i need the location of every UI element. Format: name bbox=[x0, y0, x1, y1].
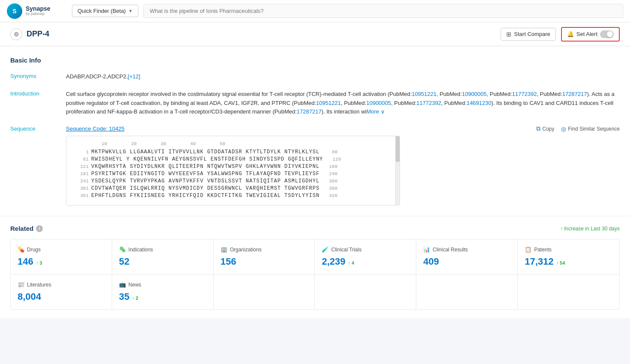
copy-button[interactable]: ⧉ Copy bbox=[536, 125, 554, 132]
related-card-indications[interactable]: 🦠 Indications 52 bbox=[112, 239, 214, 274]
synonyms-more-link[interactable]: [+12] bbox=[128, 73, 140, 80]
clinical-trials-value: 2,239 ↑ 4 bbox=[322, 256, 409, 267]
indications-icon: 🦠 bbox=[119, 246, 126, 253]
related-card-drugs[interactable]: 💊 Drugs 146 ↑ 3 bbox=[11, 239, 112, 274]
pubmed-link-2[interactable]: 10900005 bbox=[462, 91, 487, 97]
literatures-label: 📰 Literatures bbox=[18, 281, 105, 288]
drugs-value: 146 ↑ 3 bbox=[18, 256, 105, 267]
sequence-controls: Sequence Code: 10425 ⧉ Copy ◎ Find Simil… bbox=[66, 125, 620, 132]
related-section: Related i ↑ Increase in Last 30 days 💊 D… bbox=[0, 216, 630, 318]
pubmed-link-4[interactable]: 17287217 bbox=[562, 91, 587, 97]
related-card-patents[interactable]: 📋 Patents 17,312 ↑ 54 bbox=[518, 239, 619, 274]
more-link[interactable]: More ∨ bbox=[366, 108, 385, 115]
sequence-label: Sequence bbox=[10, 125, 66, 132]
main-content: Basic Info Synonyms ADABP,ADCP-2,ADCP2,[… bbox=[0, 46, 630, 216]
gear-icon: ⚙ bbox=[10, 28, 22, 40]
drugs-label: 💊 Drugs bbox=[18, 246, 105, 253]
clinical-results-icon: 📊 bbox=[423, 246, 430, 253]
logo-icon: S bbox=[7, 3, 22, 19]
pubmed-link-1[interactable]: 10951221 bbox=[412, 91, 436, 97]
drugs-increase: ↑ 3 bbox=[36, 260, 42, 266]
ruler-10: 10 bbox=[90, 141, 119, 146]
seq-row-2: 61 RWISDHEYL Y KQENNILVFN AEYGNSSVFL ENS… bbox=[73, 156, 393, 162]
related-card-empty-3 bbox=[416, 274, 518, 309]
seq-row-4: 181 PSYRITWTGK EDIIYNGITD WVYEEEVFSA YSA… bbox=[73, 171, 393, 177]
sequence-box: 10 20 30 40 50 1 MKTPWKVLLG LLGAAALVTI I… bbox=[66, 136, 400, 206]
clinical-results-count: 409 bbox=[423, 256, 439, 267]
drugs-count: 146 bbox=[18, 256, 33, 267]
page-title-area: ⚙ DPP-4 bbox=[10, 28, 501, 40]
synonyms-text: ADABP,ADCP-2,ADCP2, bbox=[66, 73, 128, 80]
copy-icon: ⧉ bbox=[536, 125, 540, 132]
seq-row-6: 301 CDVTWATQER ISLQWLRRIQ NYSVMDICDY DES… bbox=[73, 185, 393, 191]
related-grid-row1: 💊 Drugs 146 ↑ 3 🦠 Indications 52 🏢 Organ… bbox=[10, 239, 620, 274]
pubmed-link-3[interactable]: 11772392 bbox=[512, 91, 537, 97]
set-alert-label: Set Alert bbox=[576, 31, 597, 37]
sequence-scrollbar[interactable] bbox=[395, 136, 400, 205]
related-card-empty-4 bbox=[518, 274, 619, 309]
sequence-ruler: 10 20 30 40 50 bbox=[73, 141, 393, 146]
scrollbar-thumb bbox=[396, 136, 400, 162]
sequence-code-link[interactable]: Sequence Code: 10425 bbox=[66, 125, 125, 132]
pubmed-link-7[interactable]: 11772392 bbox=[416, 100, 441, 106]
clinical-trials-count: 2,239 bbox=[322, 256, 345, 267]
literatures-text: Literatures bbox=[27, 282, 51, 288]
organizations-label: 🏢 Organizations bbox=[221, 246, 308, 253]
introduction-label: Introduction bbox=[10, 90, 66, 97]
related-card-clinical-results[interactable]: 📊 Clinical Results 409 bbox=[416, 239, 518, 274]
related-title-text: Related bbox=[10, 225, 33, 232]
clinical-trials-icon: 🧪 bbox=[322, 246, 328, 253]
news-label: 📺 News bbox=[119, 281, 206, 288]
search-input[interactable] bbox=[143, 4, 623, 18]
pubmed-link-8[interactable]: 14691230 bbox=[466, 100, 491, 106]
pubmed-link-9[interactable]: 17287217 bbox=[297, 108, 322, 115]
news-value: 35 ↑ 2 bbox=[119, 291, 206, 302]
find-similar-button[interactable]: ◎ Find Similar Sequence bbox=[561, 125, 620, 132]
pubmed-link-6[interactable]: 10900005 bbox=[366, 100, 391, 106]
clinical-trials-text: Clinical Trials bbox=[331, 247, 361, 253]
synonyms-value: ADABP,ADCP-2,ADCP2,[+12] bbox=[66, 72, 620, 81]
seq-row-7: 361 EPHFTLDGNS FYKIISNEEG YRHICYFQID KKD… bbox=[73, 193, 393, 199]
ruler-20: 20 bbox=[119, 141, 149, 146]
related-card-organizations[interactable]: 🏢 Organizations 156 bbox=[214, 239, 315, 274]
indications-label: 🦠 Indications bbox=[119, 246, 206, 253]
synonyms-row: Synonyms ADABP,ADCP-2,ADCP2,[+12] bbox=[10, 72, 620, 81]
seq-row-3: 121 VKQWRHSYTA SYDIYDLNKR QLITEERIPN NTQ… bbox=[73, 164, 393, 170]
pubmed-link-5[interactable]: 10951221 bbox=[316, 100, 341, 106]
introduction-value: Cell surface glycoprotein receptor invol… bbox=[66, 90, 620, 116]
related-card-clinical-trials[interactable]: 🧪 Clinical Trials 2,239 ↑ 4 bbox=[315, 239, 416, 274]
find-similar-icon: ◎ bbox=[561, 125, 566, 132]
seq-row-1: 1 MKTPWKVLLG LLGAAALVTI ITVPVVLLNK GTDDA… bbox=[73, 149, 393, 155]
patents-increase: ↑ 54 bbox=[556, 260, 565, 266]
info-badge[interactable]: i bbox=[36, 225, 43, 232]
quick-finder-button[interactable]: Quick Finder (Beta) ▼ bbox=[72, 5, 138, 17]
related-card-literatures[interactable]: 📰 Literatures 8,004 bbox=[11, 274, 112, 309]
page-title: DPP-4 bbox=[27, 30, 49, 39]
news-increase: ↑ 2 bbox=[132, 295, 138, 301]
find-similar-label: Find Similar Sequence bbox=[568, 126, 620, 132]
related-card-news[interactable]: 📺 News 35 ↑ 2 bbox=[112, 274, 214, 309]
literatures-icon: 📰 bbox=[18, 281, 24, 288]
quick-finder-label: Quick Finder (Beta) bbox=[78, 8, 126, 14]
app-sub: by patsnap bbox=[26, 12, 51, 16]
related-grid-row2: 📰 Literatures 8,004 📺 News 35 ↑ 2 bbox=[10, 274, 620, 310]
patents-value: 17,312 ↑ 54 bbox=[525, 256, 612, 267]
clinical-results-text: Clinical Results bbox=[433, 247, 468, 253]
indications-text: Indications bbox=[128, 247, 153, 253]
synonyms-label: Synonyms bbox=[10, 72, 66, 79]
ruler-40: 40 bbox=[178, 141, 208, 146]
compare-icon: ⊞ bbox=[506, 31, 511, 38]
sequence-action-buttons: ⧉ Copy ◎ Find Similar Sequence bbox=[536, 125, 620, 132]
set-alert-button[interactable]: 🔔 Set Alert bbox=[561, 27, 620, 42]
drugs-icon: 💊 bbox=[18, 246, 24, 253]
patents-icon: 📋 bbox=[525, 246, 531, 253]
clinical-trials-increase: ↑ 4 bbox=[348, 260, 355, 266]
organizations-value: 156 bbox=[221, 256, 308, 267]
introduction-row: Introduction Cell surface glycoprotein r… bbox=[10, 90, 620, 116]
logo-area: S Synapse by patsnap bbox=[7, 3, 67, 19]
related-card-empty-1 bbox=[214, 274, 315, 309]
start-compare-button[interactable]: ⊞ Start Compare bbox=[501, 28, 556, 41]
alert-toggle[interactable] bbox=[600, 30, 614, 38]
ruler-50: 50 bbox=[208, 141, 237, 146]
page-header: ⚙ DPP-4 ⊞ Start Compare 🔔 Set Alert bbox=[0, 22, 630, 46]
